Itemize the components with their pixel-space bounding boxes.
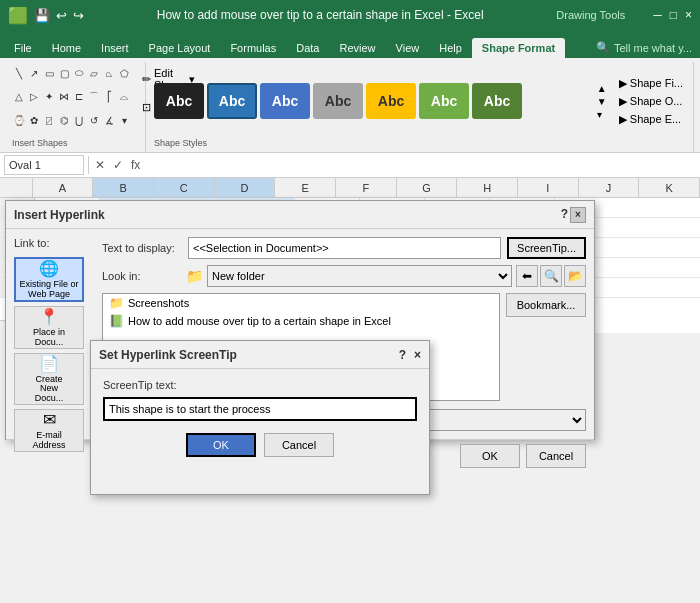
cancel-formula-icon[interactable]: ✕ xyxy=(93,158,107,172)
style-swatch-2[interactable]: Abc xyxy=(207,83,257,119)
col-header-B[interactable]: B xyxy=(93,178,154,197)
screentip-field-label: ScreenTip text: xyxy=(103,379,417,391)
shape-s2[interactable]: △ xyxy=(12,90,26,104)
shape-s7[interactable]: ⌒ xyxy=(87,90,101,104)
style-swatch-3[interactable]: Abc xyxy=(260,83,310,119)
screentip-close-button[interactable]: × xyxy=(414,348,421,362)
text-display-label: Text to display: xyxy=(102,242,182,254)
screentip-text-input[interactable] xyxy=(103,397,417,421)
col-header-A[interactable]: A xyxy=(33,178,94,197)
text-display-input[interactable] xyxy=(188,237,501,259)
insert-function-icon[interactable]: fx xyxy=(129,158,142,172)
close-icon[interactable]: × xyxy=(685,8,692,22)
window-title: How to add mouse over tip to a certain s… xyxy=(84,8,556,22)
bookmark-button[interactable]: Bookmark... xyxy=(506,293,586,317)
shape-s3[interactable]: ▷ xyxy=(27,90,41,104)
shape-styles-group: Abc Abc Abc Abc Abc Abc Abc ▲ ▼ ▾ ▶ Shap… xyxy=(148,62,694,152)
shape-effects-button[interactable]: ▶ Shape E... xyxy=(615,112,687,127)
screentip-question-icon[interactable]: ? xyxy=(399,348,406,362)
shape-arrow[interactable]: ↗ xyxy=(27,66,41,80)
col-header-J[interactable]: J xyxy=(579,178,640,197)
dialog-question-icon[interactable]: ? xyxy=(561,207,568,223)
link-place-in-doc-button[interactable]: 📍 Place inDocu... xyxy=(14,306,84,349)
shape-s11[interactable]: ✿ xyxy=(27,113,41,127)
style-swatch-7[interactable]: Abc xyxy=(472,83,522,119)
shape-s12[interactable]: ⍁ xyxy=(42,113,56,127)
tab-page-layout[interactable]: Page Layout xyxy=(139,38,221,58)
shape-s9[interactable]: ⌓ xyxy=(117,90,131,104)
maximize-icon[interactable]: □ xyxy=(670,8,677,22)
name-box[interactable] xyxy=(4,155,84,175)
screentip-cancel-button[interactable]: Cancel xyxy=(264,433,334,457)
screentip-ok-button[interactable]: OK xyxy=(186,433,256,457)
shape-s8[interactable]: ⎡ xyxy=(102,90,116,104)
place-icon: 📍 xyxy=(39,307,59,326)
col-header-K[interactable]: K xyxy=(639,178,700,197)
shape-parallelogram[interactable]: ▱ xyxy=(87,66,101,80)
minimize-icon[interactable]: ─ xyxy=(653,8,662,22)
style-more-icon[interactable]: ▾ xyxy=(597,109,607,120)
dialog-close-button[interactable]: × xyxy=(570,207,586,223)
tab-file[interactable]: File xyxy=(4,38,42,58)
tab-data[interactable]: Data xyxy=(286,38,329,58)
tab-shape-format[interactable]: Shape Format xyxy=(472,38,565,58)
look-in-back-icon[interactable]: ⬅ xyxy=(516,265,538,287)
file-item-screenshots[interactable]: 📁 Screenshots xyxy=(103,294,499,312)
formula-input[interactable] xyxy=(146,155,696,175)
col-header-H[interactable]: H xyxy=(457,178,518,197)
redo-icon[interactable]: ↪ xyxy=(73,8,84,23)
style-up-icon[interactable]: ▲ xyxy=(597,83,607,94)
style-swatch-4[interactable]: Abc xyxy=(313,83,363,119)
tab-help[interactable]: Help xyxy=(429,38,472,58)
shape-s13[interactable]: ⌬ xyxy=(57,113,71,127)
style-down-icon[interactable]: ▼ xyxy=(597,96,607,107)
tab-insert[interactable]: Insert xyxy=(91,38,139,58)
tab-home[interactable]: Home xyxy=(42,38,91,58)
shape-pentagon[interactable]: ⬠ xyxy=(117,66,131,80)
screentip-button[interactable]: ScreenTip... xyxy=(507,237,586,259)
shape-s15[interactable]: ↺ xyxy=(87,113,101,127)
undo-icon[interactable]: ↩ xyxy=(56,8,67,23)
shape-s16[interactable]: ∡ xyxy=(102,113,116,127)
shape-s4[interactable]: ✦ xyxy=(42,90,56,104)
create-icon: 📄 xyxy=(39,354,59,373)
look-in-search-icon[interactable]: 🔍 xyxy=(540,265,562,287)
link-existing-label: Existing File orWeb Page xyxy=(19,280,78,300)
col-header-I[interactable]: I xyxy=(518,178,579,197)
shape-s5[interactable]: ⋈ xyxy=(57,90,71,104)
tell-me-bar[interactable]: 🔍 Tell me what y... xyxy=(588,37,700,58)
shape-oval[interactable]: ⬭ xyxy=(72,66,86,80)
link-create-new-button[interactable]: 📄 CreateNewDocu... xyxy=(14,353,84,406)
col-header-F[interactable]: F xyxy=(336,178,397,197)
style-swatch-6[interactable]: Abc xyxy=(419,83,469,119)
save-icon[interactable]: 💾 xyxy=(34,8,50,23)
tab-review[interactable]: Review xyxy=(329,38,385,58)
hyperlink-ok-button[interactable]: OK xyxy=(460,444,520,468)
file-item-excel[interactable]: 📗 How to add mouse over tip to a certain… xyxy=(103,312,499,330)
col-header-E[interactable]: E xyxy=(275,178,336,197)
hyperlink-cancel-button[interactable]: Cancel xyxy=(526,444,586,468)
col-header-D[interactable]: D xyxy=(215,178,276,197)
link-email-button[interactable]: ✉ E-mailAddress xyxy=(14,409,84,452)
col-header-G[interactable]: G xyxy=(397,178,458,197)
look-in-select[interactable]: New folder xyxy=(207,265,512,287)
shape-rect[interactable]: ▭ xyxy=(42,66,56,80)
tab-view[interactable]: View xyxy=(386,38,430,58)
shape-outline-button[interactable]: ▶ Shape O... xyxy=(615,94,687,109)
dialog-title-controls: ? × xyxy=(561,207,586,223)
shape-expand[interactable]: ▾ xyxy=(117,113,131,127)
shape-s10[interactable]: ⌚ xyxy=(12,113,26,127)
shape-roundrect[interactable]: ▢ xyxy=(57,66,71,80)
style-swatch-1[interactable]: Abc xyxy=(154,83,204,119)
look-in-folder-icon[interactable]: 📂 xyxy=(564,265,586,287)
shape-s14[interactable]: ⋃ xyxy=(72,113,86,127)
shape-s6[interactable]: ⊏ xyxy=(72,90,86,104)
col-header-C[interactable]: C xyxy=(154,178,215,197)
shape-fill-button[interactable]: ▶ Shape Fi... xyxy=(615,76,687,91)
link-existing-file-button[interactable]: 🌐 Existing File orWeb Page xyxy=(14,257,84,302)
shape-line[interactable]: ╲ xyxy=(12,66,26,80)
tab-formulas[interactable]: Formulas xyxy=(220,38,286,58)
style-swatch-5[interactable]: Abc xyxy=(366,83,416,119)
enter-formula-icon[interactable]: ✓ xyxy=(111,158,125,172)
shape-trapezoid[interactable]: ⏢ xyxy=(102,66,116,80)
